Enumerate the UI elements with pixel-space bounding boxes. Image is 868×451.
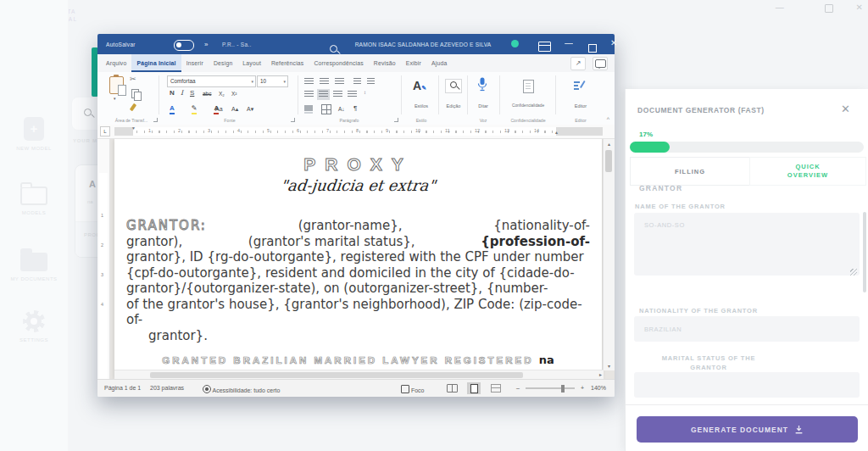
tab-stop-selector[interactable]: L xyxy=(100,126,110,136)
focus-button[interactable]: Foco xyxy=(401,385,425,393)
increase-indent-icon[interactable] xyxy=(367,78,375,86)
paste-dropdown-icon[interactable]: ▾ xyxy=(114,96,116,101)
paste-button[interactable] xyxy=(109,76,124,95)
panel-scrollbar-thumb[interactable] xyxy=(863,212,866,292)
user-name: RAMON ISAAC SALDANHA DE AZEVEDO E SILVA xyxy=(339,42,507,47)
textarea-resize-handle[interactable] xyxy=(850,269,857,276)
superscript-button[interactable]: X² xyxy=(231,90,237,98)
quick-access-chevrons-icon[interactable]: » xyxy=(204,41,209,48)
styles-icon[interactable]: A✎ xyxy=(413,79,426,92)
comments-icon[interactable] xyxy=(593,57,608,70)
cut-icon[interactable]: ✂ xyxy=(130,75,136,83)
shading-icon[interactable] xyxy=(304,105,313,111)
sort-icon[interactable]: A↓ xyxy=(338,105,345,114)
panel-close-icon[interactable]: ✕ xyxy=(841,103,850,115)
tab-pagina-inicial[interactable]: Página Inicial xyxy=(131,54,181,72)
grow-font-button[interactable]: A▴ xyxy=(231,105,238,114)
scroll-up-icon[interactable]: ▴ xyxy=(604,141,615,147)
tab-ajuda[interactable]: Ajuda xyxy=(426,54,452,72)
underline-button[interactable]: S xyxy=(190,89,194,97)
copy-icon[interactable] xyxy=(131,89,139,99)
app-maximize-button[interactable] xyxy=(806,3,833,13)
grantor-marital-status-input[interactable] xyxy=(634,372,860,398)
line-spacing-icon[interactable]: ↕ xyxy=(364,90,366,95)
vertical-ruler[interactable]: 1234 xyxy=(97,139,110,380)
bold-button[interactable]: N xyxy=(170,89,175,97)
change-case-button[interactable]: Aa xyxy=(215,105,223,114)
app-close-button[interactable]: ✕ xyxy=(856,3,863,13)
strikethrough-button[interactable]: abc xyxy=(203,90,211,98)
page-indicator[interactable]: Página 1 de 1 xyxy=(104,385,141,391)
clipboard-dialog-launcher[interactable] xyxy=(153,118,158,122)
zoom-slider-thumb[interactable] xyxy=(561,385,565,393)
ribbon-display-options-icon[interactable] xyxy=(538,40,551,55)
tab-layout[interactable]: Layout xyxy=(237,54,266,72)
read-mode-button[interactable] xyxy=(445,382,459,394)
pilcrow-icon[interactable]: ¶ xyxy=(353,104,357,113)
decrease-indent-icon[interactable] xyxy=(353,78,361,86)
justify-icon[interactable] xyxy=(348,91,357,98)
grantor-name-textarea[interactable] xyxy=(634,213,860,276)
align-center-icon[interactable] xyxy=(319,91,328,98)
app-minimize-button[interactable]: — xyxy=(776,3,784,13)
tab-quick-overview[interactable]: QUICKOVERVIEW xyxy=(749,157,866,186)
word-count[interactable]: 203 palavras xyxy=(150,385,184,391)
text-effects-icon[interactable]: A xyxy=(170,104,175,112)
h-scroll-thumb[interactable] xyxy=(150,372,523,378)
editing-button[interactable] xyxy=(445,79,462,93)
grantor-nationality-input[interactable] xyxy=(634,316,860,342)
sidebar-item-models[interactable]: MODELS xyxy=(0,180,68,215)
borders-icon[interactable] xyxy=(321,104,331,114)
indent-marker[interactable]: ▼ xyxy=(131,125,136,131)
web-layout-button[interactable] xyxy=(489,382,503,394)
v-scroll-thumb[interactable] xyxy=(605,150,612,172)
collapse-ribbon-icon[interactable]: ^ xyxy=(607,116,609,122)
print-layout-button[interactable] xyxy=(467,382,481,394)
bullet-list-icon[interactable] xyxy=(304,78,314,86)
scroll-down-icon[interactable]: ▾ xyxy=(604,363,615,369)
shrink-font-button[interactable]: A▾ xyxy=(247,105,253,114)
tab-filling[interactable]: FILLING xyxy=(630,157,750,186)
scroll-right-icon[interactable]: ▸ xyxy=(599,371,602,377)
align-left-icon[interactable] xyxy=(304,91,314,98)
horizontal-ruler[interactable]: L 1234567891011121314 ▼ ▲ xyxy=(97,125,615,139)
tab-design[interactable]: Design xyxy=(209,54,237,72)
generate-document-button[interactable]: GENERATE DOCUMENT xyxy=(637,416,858,443)
word-minimize-button[interactable]: — xyxy=(565,38,573,47)
accessibility-status[interactable]: Acessibilidade: tudo certo xyxy=(203,385,280,393)
font-name-combo[interactable]: Comfortaa ▾ xyxy=(167,75,256,87)
zoom-slider[interactable] xyxy=(526,387,575,389)
subscript-button[interactable]: X₂ xyxy=(219,90,225,98)
tab-referencias[interactable]: Referências xyxy=(266,54,309,72)
dictate-icon[interactable] xyxy=(477,77,487,92)
numbered-list-icon[interactable] xyxy=(320,78,329,86)
doc-vertical-scrollbar[interactable]: ▴ ▾ xyxy=(603,139,615,370)
highlight-color-icon[interactable]: ✎ xyxy=(192,104,198,112)
sidebar-item-new-model[interactable]: + NEW MODEL xyxy=(0,117,68,151)
zoom-in-button[interactable]: + xyxy=(581,385,584,391)
tab-inserir[interactable]: Inserir xyxy=(181,54,209,72)
tab-correspondencias[interactable]: Correspondências xyxy=(309,54,368,72)
right-indent-marker[interactable]: ▲ xyxy=(554,130,559,135)
paragraph-dialog-launcher[interactable] xyxy=(394,118,398,122)
italic-button[interactable]: I xyxy=(181,89,183,97)
zoom-out-button[interactable]: – xyxy=(516,385,520,391)
sidebar-item-settings[interactable]: SETTINGS xyxy=(0,310,68,342)
word-close-button[interactable]: ✕ xyxy=(610,38,617,47)
font-size-combo[interactable]: 10 ▾ xyxy=(257,75,288,87)
editor-icon[interactable] xyxy=(572,78,586,92)
autosave-toggle[interactable] xyxy=(174,40,194,51)
word-search-icon[interactable] xyxy=(330,45,337,53)
tab-arquivo[interactable]: Arquivo xyxy=(101,54,131,72)
zoom-percentage[interactable]: 140% xyxy=(591,385,606,391)
font-dialog-launcher[interactable] xyxy=(291,118,295,122)
format-painter-icon[interactable] xyxy=(131,103,135,112)
tab-revisao[interactable]: Revisão xyxy=(369,54,401,72)
multilevel-list-icon[interactable] xyxy=(335,78,344,86)
tab-exibir[interactable]: Exibir xyxy=(401,54,426,72)
sidebar-item-my-documents[interactable]: MY DOCUMENTS xyxy=(0,246,68,281)
confidentiality-icon[interactable] xyxy=(523,80,534,94)
align-right-icon[interactable] xyxy=(333,91,342,98)
document-page[interactable]: PROXY "ad-judicia et extra" GRANTOR: (gr… xyxy=(114,139,602,380)
share-icon[interactable]: ↗ xyxy=(570,57,586,70)
